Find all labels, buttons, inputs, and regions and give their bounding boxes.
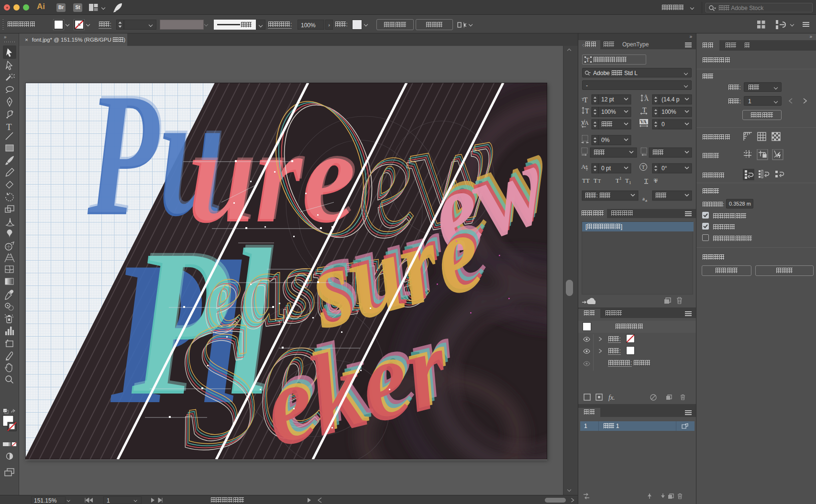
svg-text:0%: 0% bbox=[601, 137, 610, 143]
svg-text:0: 0 bbox=[662, 121, 665, 128]
svg-text:T: T bbox=[594, 177, 597, 184]
svg-text:TT: TT bbox=[582, 177, 590, 184]
svg-text:A: A bbox=[644, 94, 648, 99]
svg-text:T: T bbox=[642, 164, 645, 170]
svg-text:0°: 0° bbox=[662, 165, 667, 172]
svg-text:T: T bbox=[644, 177, 648, 184]
svg-text:fx.: fx. bbox=[608, 394, 615, 401]
svg-text:1: 1 bbox=[619, 176, 622, 181]
svg-text:100%: 100% bbox=[662, 109, 676, 115]
svg-text:100%: 100% bbox=[601, 109, 616, 115]
svg-text:1: 1 bbox=[629, 180, 631, 185]
svg-text:(14.4 p: (14.4 p bbox=[662, 96, 680, 103]
svg-text:VA: VA bbox=[640, 119, 647, 124]
svg-text:a: a bbox=[645, 198, 647, 203]
svg-text:12 pt: 12 pt bbox=[601, 96, 614, 103]
svg-text:T: T bbox=[585, 108, 589, 115]
svg-text:A: A bbox=[584, 120, 589, 126]
svg-text:T: T bbox=[654, 177, 658, 184]
svg-text:a: a bbox=[642, 196, 645, 201]
svg-text:T: T bbox=[584, 97, 588, 104]
svg-text:T: T bbox=[598, 178, 601, 184]
svg-text:T: T bbox=[616, 177, 619, 184]
svg-text:a: a bbox=[585, 164, 587, 168]
svg-text:0 pt: 0 pt bbox=[601, 165, 611, 172]
svg-text:T: T bbox=[625, 177, 629, 184]
svg-text:T: T bbox=[6, 122, 12, 132]
